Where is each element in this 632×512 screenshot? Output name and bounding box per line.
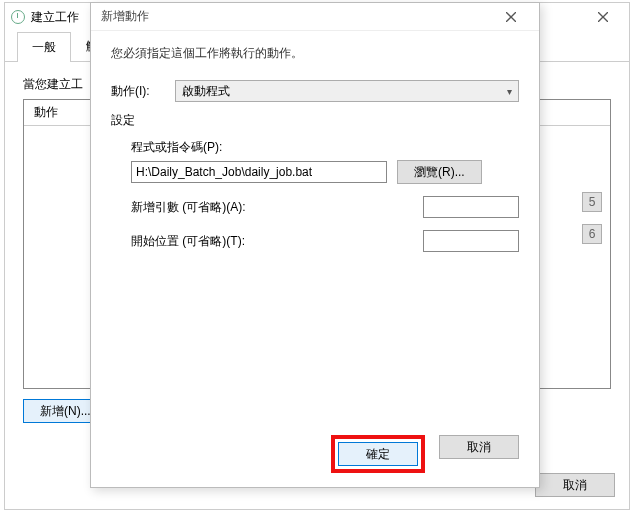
page-button-6[interactable]: 6	[582, 224, 602, 244]
dialog-cancel-button[interactable]: 取消	[439, 435, 519, 459]
parent-close-button[interactable]	[583, 4, 623, 30]
close-icon	[506, 12, 516, 22]
parent-title-text: 建立工作	[31, 9, 79, 26]
close-icon	[598, 12, 608, 22]
ok-button[interactable]: 確定	[338, 442, 418, 466]
action-label: 動作(I):	[111, 83, 165, 100]
dialog-title-text: 新增動作	[101, 8, 149, 25]
parent-cancel-button[interactable]: 取消	[535, 473, 615, 497]
browse-button[interactable]: 瀏覽(R)...	[397, 160, 482, 184]
action-select-value: 啟動程式	[182, 83, 230, 100]
dialog-titlebar: 新增動作	[91, 3, 539, 31]
dialog-body: 您必須指定這個工作將執行的動作。 動作(I): 啟動程式 ▾ 設定 程式或指令碼…	[91, 31, 539, 274]
dialog-close-button[interactable]	[493, 4, 529, 30]
dialog-footer: 確定 取消	[331, 435, 519, 473]
ok-button-highlight: 確定	[331, 435, 425, 473]
program-label: 程式或指令碼(P):	[131, 139, 519, 156]
tab-general[interactable]: 一般	[17, 32, 71, 62]
clock-icon	[11, 10, 25, 24]
args-input[interactable]	[423, 196, 519, 218]
args-label: 新增引數 (可省略)(A):	[131, 199, 246, 216]
startin-label: 開始位置 (可省略)(T):	[131, 233, 245, 250]
new-action-dialog: 新增動作 您必須指定這個工作將執行的動作。 動作(I): 啟動程式 ▾ 設定 程…	[90, 2, 540, 488]
page-button-5[interactable]: 5	[582, 192, 602, 212]
program-input[interactable]	[131, 161, 387, 183]
chevron-down-icon: ▾	[507, 86, 512, 97]
startin-input[interactable]	[423, 230, 519, 252]
dialog-instruction: 您必須指定這個工作將執行的動作。	[111, 45, 519, 62]
action-select[interactable]: 啟動程式 ▾	[175, 80, 519, 102]
settings-label: 設定	[111, 112, 519, 129]
